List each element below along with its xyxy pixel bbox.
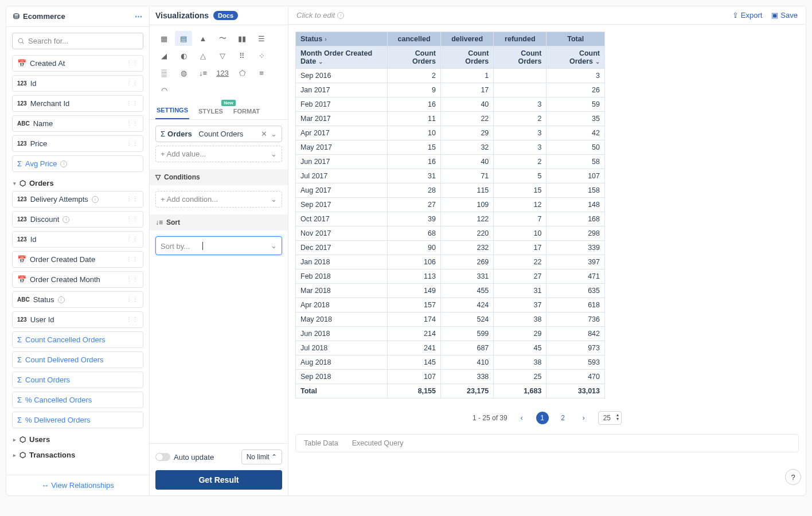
sub-header[interactable]: Count Orders⌄ <box>546 46 605 69</box>
group-toggle[interactable]: ▸⬡Users <box>12 432 143 447</box>
group-orders[interactable]: ▾⬡Orders <box>12 175 143 191</box>
page-2-button[interactable]: 2 <box>557 412 569 424</box>
measure-item[interactable]: Σ% Delivered Orders <box>12 412 143 428</box>
field-item[interactable]: 📅Order Created Date⋮⋮ <box>12 251 143 268</box>
svg-point-0 <box>18 38 23 43</box>
field-item[interactable]: 123Id⋮⋮ <box>12 231 143 248</box>
viz-map-icon[interactable]: ◍ <box>175 65 192 80</box>
save-button[interactable]: ▣Save <box>771 11 798 19</box>
viz-gauge-icon[interactable]: ◠ <box>155 83 173 97</box>
grip-icon[interactable]: ⋮⋮ <box>126 236 138 243</box>
viz-bubble-icon[interactable]: ⁘ <box>253 48 270 63</box>
tab-format[interactable]: FORMAT <box>232 103 261 119</box>
table-row: Nov 20176822010298 <box>296 226 605 241</box>
field-item[interactable]: 123Price⋮⋮ <box>12 135 143 152</box>
measure-item[interactable]: ΣCount Cancelled Orders <box>12 331 143 348</box>
viz-area-icon[interactable]: ◢ <box>155 48 173 63</box>
grip-icon[interactable]: ⋮⋮ <box>126 120 138 127</box>
tab-table-data[interactable]: Table Data <box>304 439 338 447</box>
cell: Total <box>296 384 388 398</box>
value-pill[interactable]: ΣOrders Count Orders ✕⌄ <box>155 126 282 142</box>
field-item[interactable]: 123Id⋮⋮ <box>12 75 143 92</box>
viz-pyramid-icon[interactable]: △ <box>194 48 212 63</box>
viz-pie-icon[interactable]: ◐ <box>175 48 192 63</box>
field-item[interactable]: ABCStatus i⋮⋮ <box>12 291 143 308</box>
viz-bar-icon[interactable]: ▲ <box>194 31 212 46</box>
viz-scatter-icon[interactable]: ⠿ <box>233 48 251 63</box>
remove-value-icon[interactable]: ✕ <box>261 130 267 138</box>
cell: 109 <box>440 198 493 212</box>
viz-number-icon[interactable]: 123 <box>214 65 231 80</box>
field-item[interactable]: 123User Id⋮⋮ <box>12 311 143 328</box>
month-header[interactable]: Month Order Created Date⌄ <box>296 46 388 69</box>
sub-header[interactable]: Count Orders <box>440 46 493 69</box>
measure-label: Count Orders <box>25 376 70 384</box>
field-item[interactable]: ABCName⋮⋮ <box>12 115 143 132</box>
add-condition-button[interactable]: + Add condition...⌄ <box>155 191 282 208</box>
field-item[interactable]: 📅Created At⋮⋮ <box>12 55 143 72</box>
cell: 635 <box>546 284 605 298</box>
prev-page-button[interactable]: ‹ <box>516 412 528 424</box>
add-value-button[interactable]: + Add value...⌄ <box>155 146 282 162</box>
next-page-button[interactable]: › <box>577 412 590 424</box>
title-input[interactable]: Click to editi <box>296 11 344 19</box>
grip-icon[interactable]: ⋮⋮ <box>126 276 138 283</box>
search-input[interactable]: Search for... <box>12 33 143 49</box>
group-toggle[interactable]: ▸⬡Transactions <box>12 447 143 463</box>
field-item[interactable]: 123Delivery Attempts i⋮⋮ <box>12 191 143 208</box>
model-menu-button[interactable]: ⋯ <box>135 12 142 21</box>
sigma-icon: Σ <box>17 355 22 364</box>
field-item[interactable]: 123Merchant Id⋮⋮ <box>12 95 143 112</box>
export-button[interactable]: ⇪Export <box>732 11 763 19</box>
col-header[interactable]: delivered <box>440 32 493 46</box>
field-label: Merchant Id <box>30 99 70 108</box>
grip-icon[interactable]: ⋮⋮ <box>126 216 138 223</box>
tab-executed-query[interactable]: Executed Query <box>352 439 404 447</box>
viz-heatmap-icon[interactable]: ▒ <box>155 65 173 80</box>
caret-down-icon[interactable]: ⌄ <box>271 130 277 138</box>
cell: 3 <box>546 69 605 83</box>
sub-header[interactable]: Count Orders <box>388 46 441 69</box>
col-header[interactable]: cancelled <box>388 32 441 46</box>
grip-icon[interactable]: ⋮⋮ <box>126 316 138 323</box>
viz-sort-icon[interactable]: ↓≡ <box>194 65 212 80</box>
viz-table-icon[interactable]: ▦ <box>155 31 173 46</box>
help-button[interactable]: ? <box>785 469 801 485</box>
measure-item[interactable]: ΣCount Delivered Orders <box>12 351 143 368</box>
measure-item[interactable]: ΣCount Orders <box>12 372 143 388</box>
viz-polygon-icon[interactable]: ⬠ <box>233 65 251 80</box>
viz-column-icon[interactable]: ▮▮ <box>233 31 251 46</box>
grip-icon[interactable]: ⋮⋮ <box>126 100 138 107</box>
sub-header[interactable]: Count Orders <box>494 46 546 69</box>
tab-settings[interactable]: SETTINGS <box>155 102 189 119</box>
col-header[interactable]: Total <box>546 32 605 46</box>
measure-avg-price[interactable]: ΣAvg Pricei <box>12 155 143 172</box>
viz-list-icon[interactable]: ≡ <box>253 65 270 80</box>
measure-item[interactable]: Σ% Cancelled Orders <box>12 392 143 408</box>
grip-icon[interactable]: ⋮⋮ <box>126 60 138 67</box>
page-1-button[interactable]: 1 <box>536 412 549 424</box>
viz-funnel-icon[interactable]: ▽ <box>214 48 231 63</box>
type-icon: 123 <box>17 100 27 107</box>
field-item[interactable]: 📅Order Created Month⋮⋮ <box>12 271 143 288</box>
limit-dropdown[interactable]: No limit ⌃ <box>241 449 282 464</box>
auto-update-toggle[interactable] <box>155 453 170 461</box>
docs-badge[interactable]: Docs <box>213 11 238 20</box>
viz-hbar-icon[interactable]: ☰ <box>253 31 270 46</box>
get-result-button[interactable]: Get Result <box>155 470 282 490</box>
viz-pivot-icon[interactable]: ▤ <box>175 31 192 46</box>
col-header[interactable]: refunded <box>494 32 546 46</box>
view-relationships-link[interactable]: ↔View Relationships <box>6 475 149 495</box>
tab-styles[interactable]: STYLESNew <box>197 103 224 119</box>
page-size-select[interactable]: 25▴▾ <box>598 411 622 425</box>
grip-icon[interactable]: ⋮⋮ <box>126 196 138 203</box>
grip-icon[interactable]: ⋮⋮ <box>126 80 138 87</box>
grip-icon[interactable]: ⋮⋮ <box>126 140 138 147</box>
status-header[interactable]: Status› <box>296 32 388 46</box>
viz-line-icon[interactable]: 〜 <box>214 31 231 46</box>
sort-input[interactable]: Sort by... ⌄ <box>155 236 282 255</box>
field-item[interactable]: 123Discount i⋮⋮ <box>12 211 143 228</box>
grip-icon[interactable]: ⋮⋮ <box>126 256 138 263</box>
sort-icon: ↓≡ <box>155 218 163 226</box>
grip-icon[interactable]: ⋮⋮ <box>126 296 138 303</box>
